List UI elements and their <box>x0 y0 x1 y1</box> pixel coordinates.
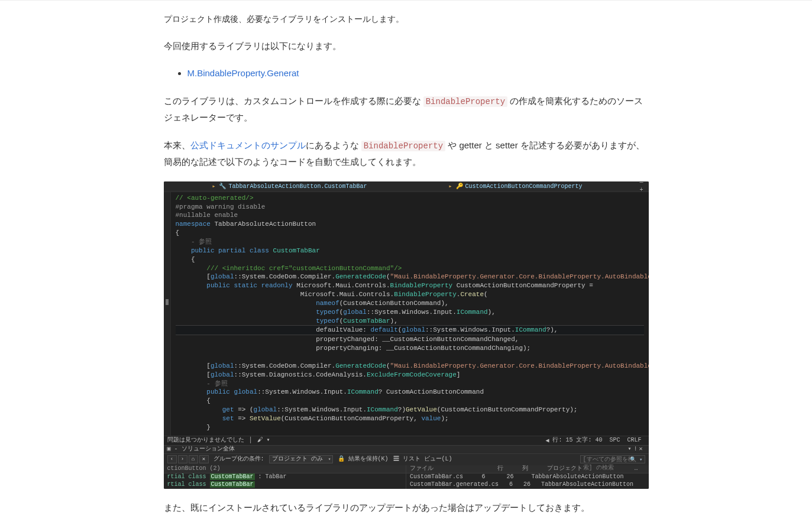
clear-button[interactable]: ✕ <box>199 455 209 463</box>
editor-breadcrumb-bar: ▸ 🔧TabbarAbsoluteActionButton.CustomTabB… <box>164 181 649 192</box>
library-link[interactable]: M.BindableProperty.Generat <box>187 68 299 78</box>
paragraph-3: 本来、公式ドキュメントのサンプルにあるような BindableProperty … <box>164 137 649 171</box>
scope-dropdown[interactable]: ▣ - ソリューション全体 <box>167 445 235 453</box>
table-row[interactable]: CustomTabBar.generated.cs 6 26 TabbarAbs… <box>406 481 649 489</box>
paragraph-2: このライブラリは、カスタムコントロールを作成する際に必要な BindablePr… <box>164 93 649 126</box>
doc-sample-link[interactable]: 公式ドキュメントのサンプル <box>190 140 306 150</box>
text: にあるような <box>306 140 361 150</box>
table-row[interactable]: rtial class CustomTabBar : TabBar <box>164 473 406 481</box>
no-issues-text: 問題は見つかりませんでした <box>167 436 244 445</box>
inline-code: BindableProperty <box>361 141 445 151</box>
cutoff-text: プロジェクト作成後、必要なライブラリをインストールします。 <box>164 11 649 27</box>
divider-icon: │ <box>249 436 253 445</box>
keep-results-toggle[interactable]: 🔒 結果を保持(K) <box>338 455 389 463</box>
library-list-item: M.BindableProperty.Generat <box>187 65 649 82</box>
paragraph-1: 今回使用するライブラリは以下になります。 <box>164 38 649 55</box>
line-ending[interactable]: CRLF <box>623 436 645 445</box>
code-area[interactable]: // <auto-generated/> #pragma warning dis… <box>171 192 649 436</box>
close-panel-button[interactable]: ✕ <box>637 445 645 453</box>
paragraph-4: また、既にインストールされているライブラリのアップデートがあった場合はアップデー… <box>164 499 649 517</box>
refs-search-input[interactable]: [すべての参照を検索] の検索 🔍 ▾ <box>580 455 645 463</box>
search-icon: 🔍 ▾ <box>630 456 643 463</box>
indent-mode[interactable]: SPC <box>606 436 623 445</box>
vs-editor-screenshot: ▸ 🔧TabbarAbsoluteActionButton.CustomTabB… <box>164 181 649 489</box>
pin-button[interactable]: ▾ ⁞ <box>627 445 636 453</box>
text: このライブラリは、カスタムコントロールを作成する際に必要な <box>164 96 423 106</box>
nav-fwd-button[interactable]: › <box>178 455 187 463</box>
solution-scope-bar: ▣ - ソリューション全体 ▾ ⁞ ✕ <box>164 445 649 453</box>
cursor-position: 行: 15 文字: 40 <box>549 436 606 445</box>
member-icon: ▸ 🔑 <box>449 183 463 190</box>
nav-back-button[interactable]: ‹ <box>167 455 177 463</box>
editor-status-bar: 問題は見つかりませんでした │ 🖌 ▾ ◀ 行: 15 文字: 40 SPC C… <box>164 436 649 445</box>
find-refs-table: ctionButton (2) rtial class CustomTabBar… <box>164 465 649 489</box>
inline-code: BindableProperty <box>423 96 507 107</box>
group-header[interactable]: ctionButton (2) <box>164 465 406 473</box>
brush-icon[interactable]: 🖌 ▾ <box>257 436 270 445</box>
editor-margin <box>164 192 171 436</box>
list-view-toggle[interactable]: ☰ リスト ビュー(L) <box>393 455 452 463</box>
group-by-dropdown[interactable]: プロジェクト のみ▾ <box>269 455 333 463</box>
table-row[interactable]: rtial class CustomTabBar <box>164 481 406 489</box>
chevron-down-icon: ▾ <box>328 456 331 463</box>
breadcrumb-member[interactable]: ▸ 🔑CustomActionButtonCommandProperty <box>449 183 583 191</box>
class-icon: ▸ 🔧 <box>212 183 226 190</box>
text: 本来、 <box>164 140 190 150</box>
find-refs-toolbar: ‹ › ⌂ ✕ グループ化の条件: プロジェクト のみ▾ 🔒 結果を保持(K) … <box>164 453 649 465</box>
home-button[interactable]: ⌂ <box>189 455 198 463</box>
breadcrumb-class[interactable]: ▸ 🔧TabbarAbsoluteActionButton.CustomTabB… <box>212 183 367 191</box>
group-by-label: グループ化の条件: <box>213 455 264 463</box>
table-row[interactable]: CustomTabBar.cs 6 26 TabbarAbsoluteActio… <box>406 473 649 481</box>
